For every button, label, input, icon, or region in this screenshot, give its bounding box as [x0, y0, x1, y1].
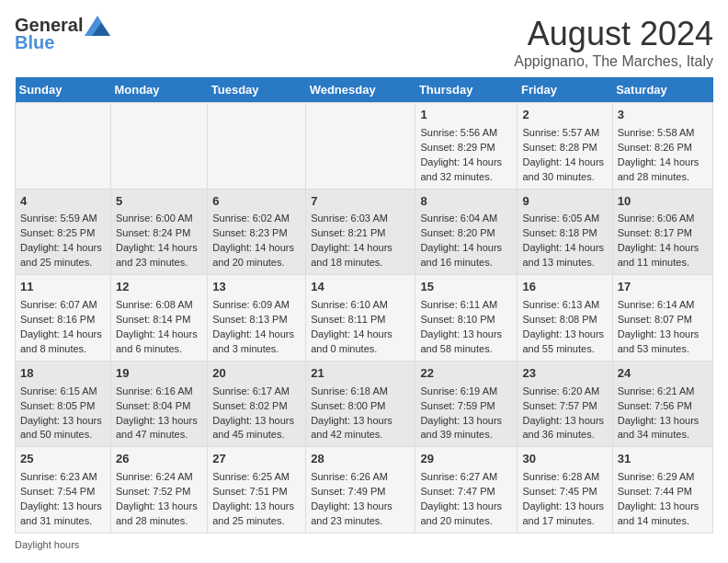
calendar-cell: 31Sunrise: 6:29 AM Sunset: 7:44 PM Dayli…: [612, 447, 712, 534]
calendar-cell: 11Sunrise: 6:07 AM Sunset: 8:16 PM Dayli…: [16, 275, 111, 362]
calendar-cell: 21Sunrise: 6:18 AM Sunset: 8:00 PM Dayli…: [306, 361, 415, 447]
calendar-cell: 5Sunrise: 6:00 AM Sunset: 8:24 PM Daylig…: [110, 189, 207, 275]
calendar-cell: 4Sunrise: 5:59 AM Sunset: 8:25 PM Daylig…: [16, 189, 111, 275]
day-number: 26: [116, 451, 202, 468]
day-info: Sunrise: 5:58 AM Sunset: 8:26 PM Dayligh…: [618, 127, 700, 182]
day-number: 13: [212, 279, 301, 296]
day-number: 17: [618, 279, 708, 296]
subtitle: Appignano, The Marches, Italy: [514, 53, 713, 70]
day-info: Sunrise: 6:29 AM Sunset: 7:44 PM Dayligh…: [618, 471, 700, 526]
day-info: Sunrise: 6:07 AM Sunset: 8:16 PM Dayligh…: [20, 299, 102, 354]
calendar-cell: 13Sunrise: 6:09 AM Sunset: 8:13 PM Dayli…: [208, 275, 306, 362]
calendar-cell: 22Sunrise: 6:19 AM Sunset: 7:59 PM Dayli…: [415, 361, 518, 447]
day-info: Sunrise: 6:16 AM Sunset: 8:04 PM Dayligh…: [116, 385, 198, 441]
day-info: Sunrise: 6:13 AM Sunset: 8:08 PM Dayligh…: [522, 299, 604, 354]
calendar-cell: 8Sunrise: 6:04 AM Sunset: 8:20 PM Daylig…: [415, 189, 518, 275]
calendar-cell: 10Sunrise: 6:06 AM Sunset: 8:17 PM Dayli…: [612, 189, 712, 275]
calendar-cell: 2Sunrise: 5:57 AM Sunset: 8:28 PM Daylig…: [518, 103, 612, 190]
calendar-cell: 18Sunrise: 6:15 AM Sunset: 8:05 PM Dayli…: [16, 361, 111, 447]
day-info: Sunrise: 6:15 AM Sunset: 8:05 PM Dayligh…: [20, 385, 102, 441]
day-number: 7: [311, 193, 410, 211]
footer-note: Daylight hours: [15, 539, 713, 550]
logo-blue-text: Blue: [15, 32, 54, 53]
day-number: 27: [212, 451, 301, 468]
calendar-week-row: 18Sunrise: 6:15 AM Sunset: 8:05 PM Dayli…: [16, 361, 713, 447]
day-info: Sunrise: 6:08 AM Sunset: 8:14 PM Dayligh…: [116, 299, 198, 354]
day-number: 21: [311, 365, 410, 383]
day-info: Sunrise: 5:56 AM Sunset: 8:29 PM Dayligh…: [420, 127, 502, 182]
calendar-header-cell: Friday: [518, 77, 612, 103]
day-number: 12: [116, 279, 202, 296]
day-number: 4: [20, 193, 106, 211]
calendar-table: SundayMondayTuesdayWednesdayThursdayFrid…: [15, 77, 713, 534]
day-number: 23: [522, 365, 607, 383]
calendar-cell: 26Sunrise: 6:24 AM Sunset: 7:52 PM Dayli…: [110, 447, 207, 534]
day-number: 6: [212, 193, 301, 211]
day-info: Sunrise: 6:18 AM Sunset: 8:00 PM Dayligh…: [311, 385, 392, 441]
day-info: Sunrise: 6:14 AM Sunset: 8:07 PM Dayligh…: [618, 299, 700, 354]
day-info: Sunrise: 5:59 AM Sunset: 8:25 PM Dayligh…: [20, 213, 102, 268]
calendar-header-cell: Saturday: [612, 77, 712, 103]
day-info: Sunrise: 6:21 AM Sunset: 7:56 PM Dayligh…: [618, 385, 700, 441]
day-info: Sunrise: 6:26 AM Sunset: 7:49 PM Dayligh…: [311, 471, 392, 526]
day-info: Sunrise: 6:03 AM Sunset: 8:21 PM Dayligh…: [311, 213, 392, 268]
day-info: Sunrise: 6:05 AM Sunset: 8:18 PM Dayligh…: [522, 213, 604, 268]
calendar-cell: 24Sunrise: 6:21 AM Sunset: 7:56 PM Dayli…: [612, 361, 712, 447]
header: General Blue August 2024 Appignano, The …: [15, 15, 713, 70]
calendar-cell: 3Sunrise: 5:58 AM Sunset: 8:26 PM Daylig…: [612, 103, 712, 190]
day-number: 3: [618, 107, 708, 124]
calendar-header-row: SundayMondayTuesdayWednesdayThursdayFrid…: [16, 77, 713, 103]
main-title: August 2024: [514, 15, 713, 53]
calendar-cell: 9Sunrise: 6:05 AM Sunset: 8:18 PM Daylig…: [518, 189, 612, 275]
day-number: 15: [420, 279, 512, 296]
calendar-cell: [306, 103, 415, 190]
day-number: 1: [420, 107, 512, 124]
day-info: Sunrise: 6:17 AM Sunset: 8:02 PM Dayligh…: [212, 385, 294, 441]
logo: General Blue: [15, 15, 110, 53]
day-number: 9: [522, 193, 607, 211]
day-info: Sunrise: 6:19 AM Sunset: 7:59 PM Dayligh…: [420, 385, 502, 441]
calendar-cell: 20Sunrise: 6:17 AM Sunset: 8:02 PM Dayli…: [208, 361, 306, 447]
day-number: 30: [522, 451, 607, 468]
calendar-cell: 29Sunrise: 6:27 AM Sunset: 7:47 PM Dayli…: [415, 447, 518, 534]
day-number: 29: [420, 451, 512, 468]
day-number: 11: [20, 279, 106, 296]
day-number: 28: [311, 451, 410, 468]
day-number: 22: [420, 365, 512, 383]
day-info: Sunrise: 6:02 AM Sunset: 8:23 PM Dayligh…: [212, 213, 294, 268]
calendar-cell: 14Sunrise: 6:10 AM Sunset: 8:11 PM Dayli…: [306, 275, 415, 362]
calendar-cell: 15Sunrise: 6:11 AM Sunset: 8:10 PM Dayli…: [415, 275, 518, 362]
calendar-cell: 30Sunrise: 6:28 AM Sunset: 7:45 PM Dayli…: [518, 447, 612, 534]
title-area: August 2024 Appignano, The Marches, Ital…: [514, 15, 713, 70]
day-info: Sunrise: 5:57 AM Sunset: 8:28 PM Dayligh…: [522, 127, 604, 182]
day-number: 2: [522, 107, 607, 124]
calendar-cell: 1Sunrise: 5:56 AM Sunset: 8:29 PM Daylig…: [415, 103, 518, 190]
day-number: 18: [20, 365, 106, 383]
calendar-header-cell: Thursday: [415, 77, 518, 103]
calendar-cell: 19Sunrise: 6:16 AM Sunset: 8:04 PM Dayli…: [110, 361, 207, 447]
day-info: Sunrise: 6:09 AM Sunset: 8:13 PM Dayligh…: [212, 299, 294, 354]
day-info: Sunrise: 6:11 AM Sunset: 8:10 PM Dayligh…: [420, 299, 502, 354]
day-number: 14: [311, 279, 410, 296]
calendar-cell: 12Sunrise: 6:08 AM Sunset: 8:14 PM Dayli…: [110, 275, 207, 362]
day-number: 20: [212, 365, 301, 383]
day-info: Sunrise: 6:27 AM Sunset: 7:47 PM Dayligh…: [420, 471, 502, 526]
calendar-cell: 17Sunrise: 6:14 AM Sunset: 8:07 PM Dayli…: [612, 275, 712, 362]
day-info: Sunrise: 6:10 AM Sunset: 8:11 PM Dayligh…: [311, 299, 392, 354]
day-number: 8: [420, 193, 512, 211]
calendar-body: 1Sunrise: 5:56 AM Sunset: 8:29 PM Daylig…: [16, 103, 713, 534]
calendar-cell: [208, 103, 306, 190]
day-info: Sunrise: 6:23 AM Sunset: 7:54 PM Dayligh…: [20, 471, 102, 526]
day-number: 24: [618, 365, 708, 383]
calendar-week-row: 1Sunrise: 5:56 AM Sunset: 8:29 PM Daylig…: [16, 103, 713, 190]
calendar-week-row: 25Sunrise: 6:23 AM Sunset: 7:54 PM Dayli…: [16, 447, 713, 534]
calendar-cell: 25Sunrise: 6:23 AM Sunset: 7:54 PM Dayli…: [16, 447, 111, 534]
calendar-header-cell: Sunday: [16, 77, 111, 103]
day-number: 10: [618, 193, 708, 211]
calendar-week-row: 4Sunrise: 5:59 AM Sunset: 8:25 PM Daylig…: [16, 189, 713, 275]
calendar-cell: 27Sunrise: 6:25 AM Sunset: 7:51 PM Dayli…: [208, 447, 306, 534]
day-number: 5: [116, 193, 202, 211]
calendar-cell: 7Sunrise: 6:03 AM Sunset: 8:21 PM Daylig…: [306, 189, 415, 275]
calendar-header-cell: Wednesday: [306, 77, 415, 103]
day-info: Sunrise: 6:20 AM Sunset: 7:57 PM Dayligh…: [522, 385, 604, 441]
